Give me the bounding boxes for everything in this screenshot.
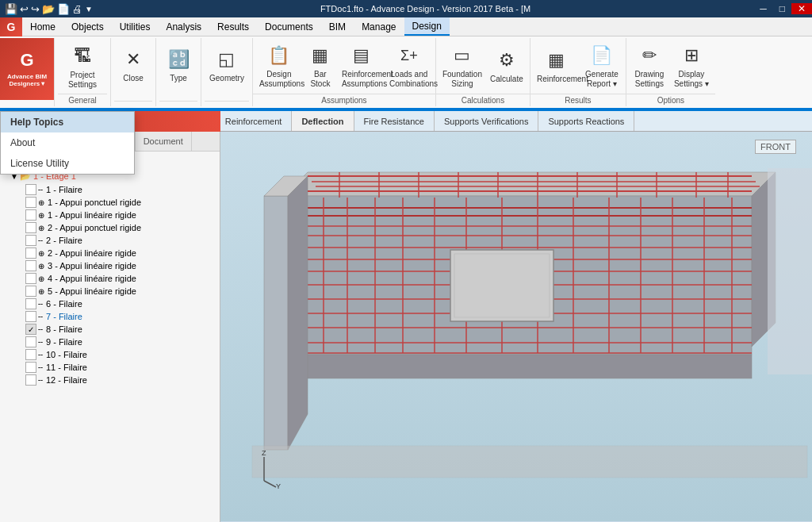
tree-node-appui-lin3[interactable]: ⊕ 3 - Appui linéaire rigide xyxy=(3,259,216,272)
type-label: Type xyxy=(170,74,187,83)
quick-new-icon[interactable]: 📄 xyxy=(57,3,70,15)
tree-node-filaire7[interactable]: ╌ 7 - Filaire xyxy=(3,310,216,323)
reinforcement-result-button[interactable]: ▦ Reinforcement xyxy=(534,40,580,92)
tab-supports-verifications[interactable]: Supports Verifications xyxy=(435,111,538,131)
tree-label-filaire1: 1 - Filaire xyxy=(46,185,82,194)
menu-design[interactable]: Design xyxy=(404,17,450,36)
tree-node-appui2[interactable]: ⊕ 2 - Appui ponctuel rigide xyxy=(3,221,216,234)
tree-node-appui1[interactable]: ⊕ 1 - Appui ponctuel rigide xyxy=(3,196,216,209)
tree-check-appui-lin5[interactable] xyxy=(25,286,36,297)
menu-utilities[interactable]: Utilities xyxy=(112,17,159,36)
tree-node-filaire1[interactable]: ╌ 1 - Filaire xyxy=(3,183,216,196)
dropdown-menu: Help Topics About License Utility xyxy=(0,111,135,175)
tree-label-filaire7: 7 - Filaire xyxy=(46,312,82,321)
tree-check-appui-lin3[interactable] xyxy=(25,260,36,271)
project-settings-icon: 🏗 xyxy=(70,44,95,69)
menu-home[interactable]: Home xyxy=(22,17,63,36)
design-assumptions-button[interactable]: 📋 DesignAssumptions xyxy=(256,40,302,92)
quick-undo-icon[interactable]: ↩ xyxy=(20,3,29,15)
menu-manage[interactable]: Manage xyxy=(354,17,404,36)
tree-node-filaire9[interactable]: ╌ 9 - Filaire xyxy=(3,336,216,348)
loads-combinations-icon: Σ+ xyxy=(396,43,422,68)
quick-save-icon[interactable]: 💾 xyxy=(5,3,17,15)
tree-node-filaire6[interactable]: ╌ 6 - Filaire xyxy=(3,297,216,310)
loads-combinations-button[interactable]: Σ+ Loads andCombinations xyxy=(386,40,432,92)
minimize-button[interactable]: ─ xyxy=(753,3,773,14)
project-settings-label: Project Settings xyxy=(63,71,102,90)
ribbon-group-geometry: ◱ Geometry xyxy=(201,38,253,106)
tree-label-appui-lin1: 1 - Appui linéaire rigide xyxy=(48,210,136,220)
viewport-front-label: FRONT xyxy=(755,140,796,154)
tree-check-filaire12[interactable] xyxy=(25,374,36,386)
tree-check-filaire2[interactable] xyxy=(25,235,36,246)
tree-check-filaire10[interactable] xyxy=(25,349,36,360)
tree-node-appui-lin1[interactable]: ⊕ 1 - Appui linéaire rigide xyxy=(3,209,216,221)
foundation-sizing-button[interactable]: ▭ FoundationSizing xyxy=(439,40,485,92)
menu-analysis[interactable]: Analysis xyxy=(158,17,209,36)
menu-bim[interactable]: BIM xyxy=(321,17,354,36)
tree-check-appui-lin4[interactable] xyxy=(25,273,36,284)
svg-text:Z: Z xyxy=(262,449,266,457)
dropdown-item-license-utility[interactable]: License Utility xyxy=(1,153,134,174)
calculate-button[interactable]: ⚙ Calculate xyxy=(487,40,527,92)
tree-check-filaire11[interactable] xyxy=(25,362,36,373)
close-button[interactable]: ✕ xyxy=(791,3,812,14)
tab-reinforcement[interactable]: Reinforcement xyxy=(216,111,293,131)
model-tree: ▼ 📁 Model ▼ 📂 1 - Etage 1 ╌ 1 - Filaire … xyxy=(0,152,220,522)
tree-check-filaire8[interactable]: ✓ xyxy=(25,324,36,335)
tree-check-filaire1[interactable] xyxy=(25,184,36,195)
quick-open-icon[interactable]: 📂 xyxy=(42,3,55,15)
close-ribbon-button[interactable]: ✕ Close xyxy=(116,41,151,89)
loads-combinations-label: Loads andCombinations xyxy=(389,70,429,89)
display-settings-button[interactable]: ⊞ DisplaySettings ▾ xyxy=(671,40,712,92)
axis-indicator: Z Y xyxy=(244,449,284,490)
reinforcement-assumptions-button[interactable]: ▤ ReinforcementAssumptions xyxy=(339,40,385,92)
viewport[interactable]: FRONT Z Y xyxy=(220,132,812,522)
tree-check-filaire7[interactable] xyxy=(25,311,36,322)
tree-node-filaire2[interactable]: ╌ 2 - Filaire xyxy=(3,234,216,247)
quick-print-icon[interactable]: 🖨 xyxy=(72,3,82,15)
menu-documents[interactable]: Documents xyxy=(257,17,321,36)
tree-node-appui-lin5[interactable]: ⊕ 5 - Appui linéaire rigide xyxy=(3,285,216,297)
drawing-settings-button[interactable]: ✏ DrawingSettings xyxy=(630,40,669,92)
tree-check-appui-lin1[interactable] xyxy=(25,209,36,221)
geometry-icon: ◱ xyxy=(214,47,239,72)
quick-customize-icon[interactable]: ▼ xyxy=(85,5,93,13)
maximize-button[interactable]: □ xyxy=(773,3,791,14)
tree-node-filaire12[interactable]: ╌ 12 - Filaire xyxy=(3,374,216,386)
tree-check-appui1[interactable] xyxy=(25,197,36,208)
menu-results[interactable]: Results xyxy=(209,17,257,36)
tree-node-filaire8[interactable]: ✓ ╌ 8 - Filaire xyxy=(3,323,216,336)
project-settings-button[interactable]: 🏗 Project Settings xyxy=(59,41,105,92)
tab-supports-reactions[interactable]: Supports Reactions xyxy=(538,111,634,131)
tree-node-appui-lin4[interactable]: ⊕ 4 - Appui linéaire rigide xyxy=(3,272,216,285)
app-logo[interactable]: G xyxy=(7,21,16,33)
tree-node-appui-lin2[interactable]: ⊕ 2 - Appui linéaire rigide xyxy=(3,247,216,259)
tree-check-filaire9[interactable] xyxy=(25,336,36,347)
menu-objects[interactable]: Objects xyxy=(63,17,112,36)
quick-redo-icon[interactable]: ↪ xyxy=(31,3,40,15)
sidebar-tab-document[interactable]: Document xyxy=(136,132,192,151)
tree-label-appui-lin3: 3 - Appui linéaire rigide xyxy=(48,261,136,271)
tab-fire-resistance[interactable]: Fire Resistance xyxy=(354,111,435,131)
tab-deflection[interactable]: Deflection xyxy=(292,111,354,131)
ribbon-group-project-settings: 🏗 Project Settings General xyxy=(55,38,111,106)
tree-node-filaire11[interactable]: ╌ 11 - Filaire xyxy=(3,361,216,374)
generate-report-icon: 📄 xyxy=(589,43,615,68)
foundation-sizing-label: FoundationSizing xyxy=(442,70,482,89)
tree-check-filaire6[interactable] xyxy=(25,298,36,309)
tree-check-appui2[interactable] xyxy=(25,222,36,233)
bar-stock-button[interactable]: ▦ BarStock xyxy=(304,40,337,92)
tree-check-appui-lin2[interactable] xyxy=(25,248,36,259)
generate-report-button[interactable]: 📄 GenerateReport ▾ xyxy=(581,40,622,92)
geometry-button[interactable]: ◱ Geometry xyxy=(206,41,247,89)
tree-node-filaire10[interactable]: ╌ 10 - Filaire xyxy=(3,348,216,361)
dropdown-item-about[interactable]: About xyxy=(1,132,134,153)
tree-label-filaire11: 11 - Filaire xyxy=(46,363,87,372)
type-button[interactable]: 🔡 Type xyxy=(161,41,196,89)
type-icon: 🔡 xyxy=(166,47,191,72)
dropdown-item-help-topics[interactable]: Help Topics xyxy=(1,112,134,132)
advance-bim-designers-button[interactable]: G Advance BIMDesigners ▾ xyxy=(0,38,54,100)
tree-label-filaire6: 6 - Filaire xyxy=(46,299,82,309)
tree-label-appui-lin5: 5 - Appui linéaire rigide xyxy=(48,286,136,296)
